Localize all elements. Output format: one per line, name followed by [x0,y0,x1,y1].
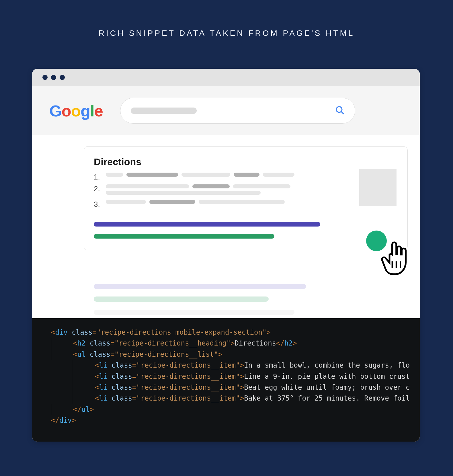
code-attr-value: recipe-directions__heading [119,339,226,347]
code-text: Beat egg white until foamy; brush over c [244,383,410,391]
svg-line-1 [341,112,343,114]
code-text: Bake at 375° for 25 minutes. Remove foil [244,394,410,402]
google-logo: Google [49,102,103,120]
search-icon[interactable] [335,105,345,116]
traffic-light-dot[interactable] [51,75,56,80]
directions-list: 1. 2. [94,173,397,209]
search-query-placeholder [131,108,197,114]
result-url[interactable] [94,296,269,302]
code-attr-value: recipe-directions mobile-expand-section [101,328,262,336]
search-input[interactable] [120,98,355,124]
list-item: 1. [94,173,397,182]
browser-window: Google Directions 1. [32,69,420,442]
rich-snippet-card[interactable]: Directions 1. 2. [84,146,408,250]
result-thumbnail [359,169,397,206]
code-attr-value: recipe-directions__list [119,350,214,358]
code-text: Directions [235,339,276,347]
step-number: 3. [94,200,101,209]
result-description [94,310,294,315]
code-text: Line a 9-in. pie plate with bottom crust [244,372,410,381]
search-header: Google [32,86,420,135]
code-attr-value: recipe-directions__item [140,361,236,369]
code-attr-value: recipe-directions__item [140,372,236,381]
source-code-panel: <div class="recipe-directions mobile-exp… [32,318,420,442]
list-item: 3. [94,200,397,209]
traffic-light-dot[interactable] [60,75,65,80]
step-number: 1. [94,173,101,182]
result-title-link[interactable] [94,284,306,289]
page-title: RICH SNIPPET DATA TAKEN FROM PAGE'S HTML [0,0,453,38]
code-text: In a small bowl, combine the sugars, flo [244,361,410,369]
result-url[interactable] [94,234,274,239]
result-title-link[interactable] [94,222,320,227]
code-attr-value: recipe-directions__item [140,394,236,402]
snippet-heading: Directions [94,156,397,167]
step-number: 2. [94,184,101,193]
traffic-light-dot[interactable] [42,75,48,80]
list-item: 2. [94,184,397,197]
window-titlebar [32,69,420,86]
code-attr-value: recipe-directions__item [140,383,236,391]
pointer-cursor-icon [380,240,411,278]
